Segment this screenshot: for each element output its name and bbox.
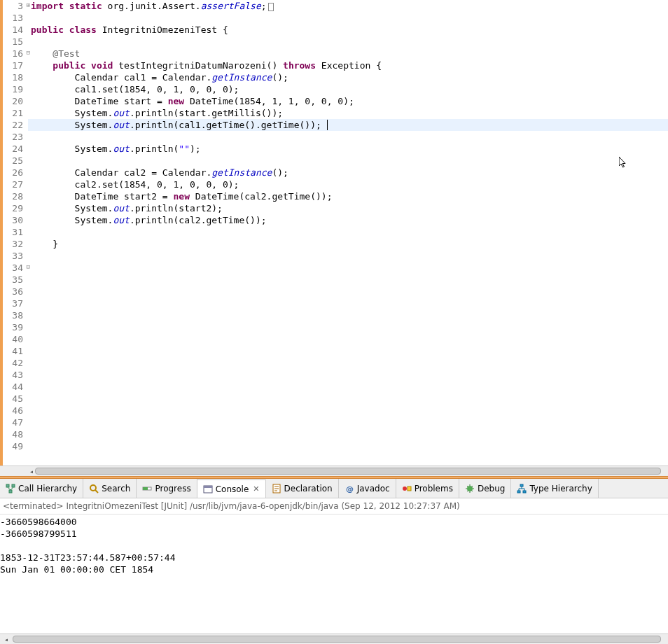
line-number: 47	[3, 416, 23, 428]
code-line[interactable]	[28, 274, 668, 286]
line-number: 3⊞	[3, 0, 23, 12]
declaration-icon	[272, 484, 281, 493]
svg-point-3	[90, 485, 96, 491]
code-line[interactable]	[28, 321, 668, 333]
line-number: 34⊟	[3, 262, 23, 274]
code-line[interactable]	[28, 405, 668, 416]
editor-horizontal-scrollbar[interactable]: ◂	[0, 465, 668, 476]
code-line[interactable]: System.out.println("");	[28, 143, 668, 155]
code-line[interactable]	[28, 369, 668, 381]
code-line[interactable]: cal2.set(1854, 0, 1, 0, 0, 0);	[28, 178, 668, 190]
line-number: 46	[3, 405, 23, 416]
code-line[interactable]: System.out.println(start2);	[28, 202, 668, 214]
line-number: 41	[3, 345, 23, 357]
line-number: 26	[3, 167, 23, 178]
line-number: 49	[3, 440, 23, 452]
code-line[interactable]	[28, 286, 668, 298]
tab-label: Declaration	[284, 484, 333, 493]
code-line[interactable]	[28, 262, 668, 274]
svg-rect-7	[204, 486, 212, 488]
code-line[interactable]	[28, 393, 668, 405]
code-line[interactable]	[28, 416, 668, 428]
type-hierarchy-icon	[517, 484, 527, 493]
line-number: 29	[3, 202, 23, 214]
code-line[interactable]: cal1.set(1854, 0, 1, 0, 0, 0);	[28, 83, 668, 95]
collapsed-region-icon[interactable]	[268, 3, 274, 11]
line-number: 18	[3, 71, 23, 83]
tab-search[interactable]: Search	[83, 479, 137, 498]
code-line[interactable]	[28, 309, 668, 321]
code-line[interactable]	[28, 333, 668, 345]
code-content[interactable]: import static org.junit.Assert.assertFal…	[28, 0, 668, 465]
line-number: 38	[3, 309, 23, 321]
code-line[interactable]: DateTime start = new DateTime(1854, 1, 1…	[28, 95, 668, 107]
line-number: 42	[3, 357, 23, 369]
tab-label: Javadoc	[357, 484, 390, 493]
tab-debug[interactable]: Debug	[459, 479, 511, 498]
scrollbar-thumb[interactable]	[35, 468, 661, 475]
search-icon	[89, 484, 99, 493]
code-line[interactable]	[28, 440, 668, 452]
tab-progress[interactable]: Progress	[137, 479, 197, 498]
line-number: 23	[3, 131, 23, 143]
svg-rect-13	[520, 484, 523, 486]
code-line[interactable]: Calendar cal1 = Calendar.getInstance();	[28, 71, 668, 83]
console-horizontal-scrollbar[interactable]: ◂	[0, 634, 668, 644]
code-line[interactable]	[28, 428, 668, 440]
line-number: 37	[3, 298, 23, 309]
debug-icon	[465, 484, 475, 493]
code-line[interactable]	[28, 345, 668, 357]
tab-console[interactable]: Console✕	[197, 479, 266, 498]
line-number: 13	[3, 12, 23, 24]
code-line[interactable]: }	[28, 238, 668, 250]
code-line[interactable]	[28, 36, 668, 48]
code-line[interactable]: System.out.println(start.getMillis());	[28, 107, 668, 119]
code-line[interactable]: Calendar cal2 = Calendar.getInstance();	[28, 167, 668, 178]
problems-icon	[402, 484, 412, 493]
line-number: 28	[3, 190, 23, 202]
code-line[interactable]: DateTime start2 = new DateTime(cal2.getT…	[28, 190, 668, 202]
scroll-left-arrow[interactable]: ◂	[1, 634, 11, 644]
code-line[interactable]: System.out.println(cal2.getTime());	[28, 214, 668, 226]
code-editor[interactable]: 3⊞13141516⊟17181920212223242526272829303…	[0, 0, 668, 465]
line-number: 17	[3, 59, 23, 71]
line-number: 15	[3, 36, 23, 48]
line-number: 20	[3, 95, 23, 107]
svg-point-10	[403, 486, 407, 491]
line-number: 40	[3, 333, 23, 345]
code-line[interactable]	[28, 12, 668, 24]
close-icon[interactable]: ✕	[253, 484, 259, 493]
code-line[interactable]	[28, 226, 668, 238]
line-number: 16⊟	[3, 48, 23, 59]
code-line[interactable]: @Test	[28, 48, 668, 59]
tab-problems[interactable]: Problems	[396, 479, 459, 498]
tab-declaration[interactable]: Declaration	[266, 479, 339, 498]
line-number: 21	[3, 107, 23, 119]
line-number: 39	[3, 321, 23, 333]
code-line[interactable]	[28, 250, 668, 262]
code-line[interactable]	[28, 381, 668, 393]
bottom-view-tabs: Call HierarchySearchProgressConsole✕Decl…	[0, 479, 668, 498]
code-line[interactable]: System.out.println(cal1.getTime().getTim…	[28, 119, 668, 131]
code-line[interactable]: public void testIntegritniDatumNarozeni(…	[28, 59, 668, 71]
svg-rect-2	[9, 490, 12, 493]
line-number: 35	[3, 274, 23, 286]
line-number: 36	[3, 286, 23, 298]
tab-label: Search	[102, 484, 130, 493]
tab-type-hierarchy[interactable]: Type Hierarchy	[511, 479, 598, 498]
text-cursor	[321, 120, 328, 130]
code-line[interactable]	[28, 131, 668, 143]
scrollbar-thumb[interactable]	[13, 636, 661, 643]
line-number: 19	[3, 83, 23, 95]
code-line[interactable]	[28, 357, 668, 369]
line-number: 31	[3, 226, 23, 238]
console-output[interactable]: -3660598664000 -3660598799511 1853-12-31…	[0, 514, 668, 634]
line-number: 14	[3, 24, 23, 36]
code-line[interactable]: import static org.junit.Assert.assertFal…	[28, 0, 668, 12]
tab-label: Type Hierarchy	[529, 484, 592, 493]
code-line[interactable]	[28, 155, 668, 167]
code-line[interactable]	[28, 298, 668, 309]
tab-javadoc[interactable]: @Javadoc	[339, 479, 396, 498]
code-line[interactable]: public class IntegritniOmezeniTest {	[28, 24, 668, 36]
tab-call-hierarchy[interactable]: Call Hierarchy	[0, 479, 83, 498]
